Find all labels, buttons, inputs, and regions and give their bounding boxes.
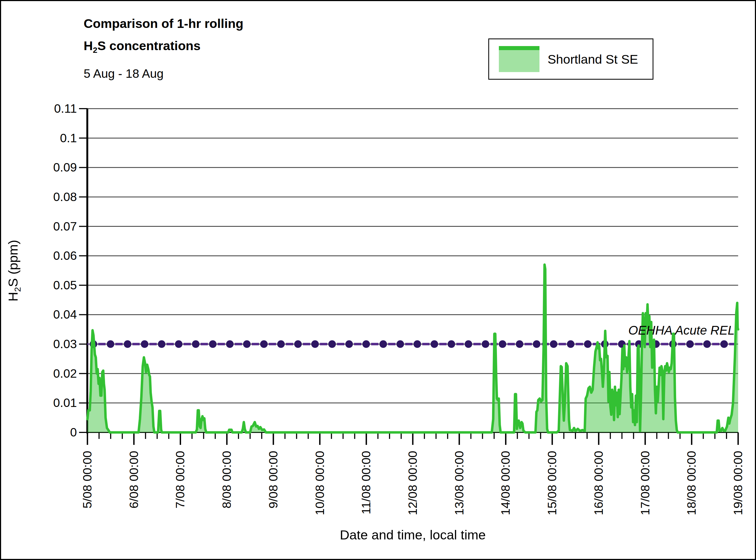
- y-tick-label: 0.07: [1, 219, 77, 234]
- y-tick-label: 0.04: [1, 307, 77, 322]
- x-axis-title: Date and time, local time: [87, 527, 738, 542]
- y-tick-label: 0.08: [1, 189, 77, 204]
- rel-marker: [584, 340, 591, 348]
- rel-marker: [379, 340, 387, 348]
- rel-marker: [397, 340, 404, 348]
- rel-marker: [141, 340, 148, 348]
- rel-marker: [465, 340, 472, 348]
- rel-marker: [107, 340, 114, 348]
- rel-marker: [345, 340, 353, 348]
- x-tick-label: 13/08 00:00: [453, 451, 466, 515]
- x-tick-label: 15/08 00:00: [545, 451, 559, 515]
- rel-marker: [124, 340, 131, 348]
- rel-marker: [209, 340, 216, 348]
- y-tick-label: 0.11: [1, 101, 77, 116]
- x-tick-label: 19/08 00:00: [731, 451, 745, 515]
- rel-marker: [430, 340, 438, 348]
- chart-title-line1: Comparison of 1-hr rolling: [84, 13, 243, 35]
- rel-marker: [175, 340, 183, 348]
- y-tick-label: 0.02: [1, 366, 77, 381]
- legend-swatch: [499, 46, 540, 72]
- rel-line-label: OEHHA Acute REL: [621, 323, 735, 338]
- rel-marker: [414, 340, 421, 348]
- rel-marker: [516, 340, 524, 348]
- chart-title-line2: H2S concentrations: [84, 35, 243, 61]
- x-tick-label: 9/08 00:00: [267, 451, 280, 508]
- x-tick-label: 10/08 00:00: [313, 451, 327, 515]
- y-axis-line: [86, 108, 88, 434]
- y-tick-label: 0.05: [1, 278, 77, 293]
- x-tick-label: 7/08 00:00: [173, 451, 187, 508]
- legend-label: Shortland St SE: [548, 52, 638, 67]
- x-tick-label: 14/08 00:00: [499, 451, 512, 515]
- x-tick-label: 17/08 00:00: [638, 451, 652, 515]
- rel-marker: [158, 340, 165, 348]
- rel-marker: [720, 340, 728, 348]
- rel-marker: [482, 340, 489, 348]
- y-tick-label: 0.06: [1, 248, 77, 263]
- rel-marker: [277, 340, 285, 348]
- legend-swatch-line: [499, 46, 540, 50]
- legend-box: Shortland St SE: [488, 38, 653, 80]
- x-tick-label: 8/08 00:00: [220, 451, 234, 508]
- rel-marker: [499, 340, 506, 348]
- figure: Comparison of 1-hr rolling H2S concentra…: [0, 0, 756, 560]
- rel-marker: [448, 340, 455, 348]
- rel-marker: [567, 340, 574, 348]
- y-tick-label: 0.01: [1, 396, 77, 410]
- series-line: [87, 265, 738, 433]
- chart-subtitle: 5 Aug - 18 Aug: [84, 67, 164, 81]
- x-tick-label: 12/08 00:00: [406, 451, 420, 515]
- x-tick-label: 18/08 00:00: [685, 451, 698, 515]
- x-tick-label: 6/08 00:00: [127, 451, 141, 508]
- y-tick-label: 0.09: [1, 160, 77, 175]
- rel-marker: [686, 340, 694, 348]
- rel-marker: [192, 340, 200, 348]
- rel-marker: [550, 340, 557, 348]
- y-tick-label: 0: [1, 425, 77, 440]
- x-tick-label: 11/08 00:00: [359, 451, 373, 514]
- rel-marker: [243, 340, 251, 348]
- rel-marker: [226, 340, 234, 348]
- chart-title: Comparison of 1-hr rolling H2S concentra…: [84, 13, 243, 61]
- y-tick-label: 0.1: [1, 131, 77, 145]
- rel-marker: [328, 340, 336, 348]
- x-tick-label: 16/08 00:00: [592, 451, 606, 515]
- y-tick-label: 0.03: [1, 337, 77, 352]
- rel-marker: [294, 340, 302, 348]
- rel-marker: [260, 340, 268, 348]
- x-tick-label: 5/08 00:00: [81, 451, 94, 508]
- rel-marker: [703, 340, 711, 348]
- rel-marker: [362, 340, 370, 348]
- rel-marker: [533, 340, 541, 348]
- rel-marker: [311, 340, 319, 348]
